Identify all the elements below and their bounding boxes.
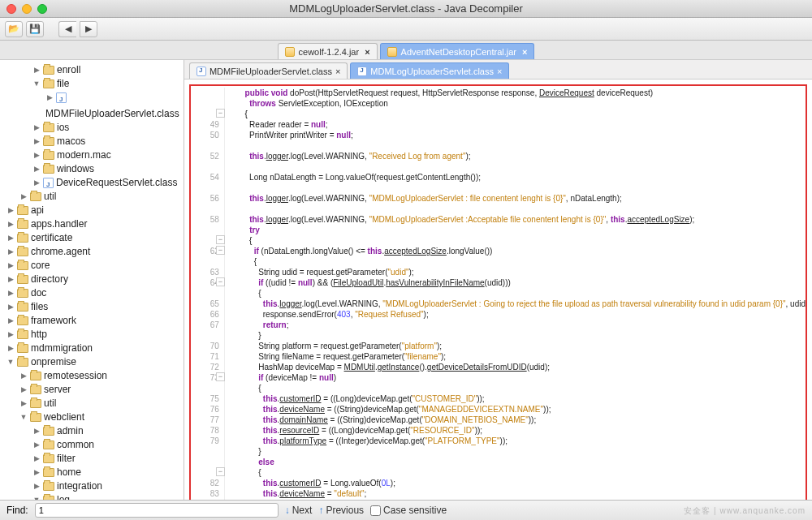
- case-sensitive-checkbox[interactable]: [370, 505, 381, 516]
- find-next-button[interactable]: ↓Next: [285, 505, 313, 516]
- code-text[interactable]: this.logger.log(Level.WARNING, "MDMLogUp…: [225, 299, 806, 309]
- find-prev-button[interactable]: ↑Previous: [318, 505, 364, 516]
- code-text[interactable]: HashMap deviceMap = MDMUtil.getInstance(…: [225, 362, 550, 372]
- code-text[interactable]: String fileName = request.getParameter("…: [225, 351, 446, 362]
- expand-arrow-icon[interactable]: ▶: [32, 135, 41, 148]
- code-text[interactable]: this.resourceID = ((Long)deviceMap.get("…: [225, 425, 482, 436]
- code-text[interactable]: [225, 161, 231, 172]
- code-text[interactable]: String udid = request.getParameter("udid…: [225, 267, 414, 277]
- close-tab-icon[interactable]: ×: [497, 67, 502, 76]
- code-scroll[interactable]: public void doPost(HttpServletRequest re…: [184, 80, 812, 500]
- expand-arrow-icon[interactable]: ▶: [6, 300, 15, 314]
- tree-package-node[interactable]: ▶chrome.agent: [6, 245, 182, 259]
- code-text[interactable]: try: [225, 225, 260, 235]
- expand-arrow-icon[interactable]: ▶: [19, 190, 28, 204]
- code-text[interactable]: public void doPost(HttpServletRequest re…: [225, 88, 653, 98]
- expand-arrow-icon[interactable]: ▶: [32, 176, 41, 190]
- code-text[interactable]: {: [225, 288, 261, 299]
- archive-tab[interactable]: AdventNetDesktopCentral.jar×: [380, 43, 535, 59]
- tree-package-node[interactable]: ▶certificate: [6, 231, 182, 245]
- package-tree[interactable]: ▶enroll▼file▶MDMFileUploaderServlet.clas…: [0, 60, 184, 500]
- tree-package-node[interactable]: ▶integration: [6, 479, 182, 493]
- tree-package-node[interactable]: ▶server: [6, 383, 182, 397]
- editor-tab[interactable]: MDMFileUploaderServlet.class×: [189, 62, 348, 79]
- expand-arrow-icon[interactable]: ▶: [19, 383, 28, 397]
- gutter[interactable]: [191, 235, 225, 246]
- tree-class-node[interactable]: ▶MDMFileUploaderServlet.class: [6, 91, 182, 121]
- expand-arrow-icon[interactable]: ▶: [6, 314, 15, 328]
- tree-package-node[interactable]: ▶http: [6, 328, 182, 342]
- expand-arrow-icon[interactable]: ▶: [32, 63, 41, 77]
- code-text[interactable]: this.deviceName = "default";: [225, 488, 366, 499]
- expand-arrow-icon[interactable]: ▼: [6, 355, 15, 369]
- tree-package-node[interactable]: ▼file: [6, 77, 182, 91]
- expand-arrow-icon[interactable]: ▶: [6, 231, 15, 245]
- code-text[interactable]: }: [225, 330, 261, 341]
- tree-package-node[interactable]: ▶ios: [6, 121, 182, 135]
- expand-arrow-icon[interactable]: ▶: [6, 204, 15, 217]
- tree-package-node[interactable]: ▶admin: [6, 424, 182, 438]
- expand-arrow-icon[interactable]: ▶: [6, 245, 15, 259]
- expand-arrow-icon[interactable]: ▶: [6, 286, 15, 300]
- tree-package-node[interactable]: ▶apps.handler: [6, 217, 182, 231]
- code-text[interactable]: this.domainName = ((String)deviceMap.get…: [225, 415, 536, 425]
- tree-package-node[interactable]: ▶windows: [6, 162, 182, 176]
- code-text[interactable]: this.customerID = Long.valueOf(0L);: [225, 478, 395, 488]
- tree-package-node[interactable]: ▶mdmmigration: [6, 342, 182, 355]
- code-text[interactable]: if (nDataLength.longValue() <= this.acce…: [225, 246, 493, 256]
- case-sensitive-toggle[interactable]: Case sensitive: [370, 505, 447, 516]
- code-text[interactable]: }: [225, 446, 261, 457]
- tree-class-node[interactable]: ▶DeviceRequestServlet.class: [6, 176, 182, 190]
- code-text[interactable]: if ((udid != null) && (FileUploadUtil.ha…: [225, 277, 511, 288]
- nav-back-button[interactable]: ◀: [58, 21, 76, 37]
- tree-package-node[interactable]: ▶core: [6, 259, 182, 273]
- code-text[interactable]: return;: [225, 320, 289, 330]
- gutter[interactable]: [191, 109, 225, 119]
- tree-package-node[interactable]: ▶files: [6, 300, 182, 314]
- expand-arrow-icon[interactable]: ▶: [19, 397, 28, 410]
- tree-package-node[interactable]: ▶directory: [6, 273, 182, 286]
- tree-package-node[interactable]: ▶filter: [6, 452, 182, 466]
- expand-arrow-icon[interactable]: ▶: [32, 121, 41, 135]
- expand-arrow-icon[interactable]: ▶: [32, 466, 41, 479]
- archive-tab[interactable]: cewolf-1.2.4.jar×: [278, 43, 378, 59]
- close-tab-icon[interactable]: ×: [365, 47, 369, 57]
- save-button[interactable]: 💾: [26, 21, 44, 37]
- code-text[interactable]: String platform = request.getParameter("…: [225, 341, 442, 351]
- expand-arrow-icon[interactable]: ▶: [19, 369, 28, 383]
- expand-arrow-icon[interactable]: ▶: [6, 217, 15, 231]
- tree-package-node[interactable]: ▶home: [6, 466, 182, 479]
- expand-arrow-icon[interactable]: ▶: [6, 273, 15, 286]
- code-text[interactable]: [225, 204, 231, 214]
- tree-package-node[interactable]: ▶api: [6, 204, 182, 217]
- tree-package-node[interactable]: ▶modern.mac: [6, 148, 182, 162]
- gutter[interactable]: 62: [191, 246, 225, 256]
- expand-arrow-icon[interactable]: ▶: [6, 328, 15, 342]
- editor-tab[interactable]: MDMLogUploaderServlet.class×: [350, 62, 509, 79]
- expand-arrow-icon[interactable]: ▶: [32, 162, 41, 176]
- tree-package-node[interactable]: ▶enroll: [6, 63, 182, 77]
- tree-package-node[interactable]: ▶framework: [6, 314, 182, 328]
- tree-package-node[interactable]: ▶remotesession: [6, 369, 182, 383]
- code-text[interactable]: this.logger.log(Level.WARNING, "MDMLogUp…: [225, 193, 622, 204]
- close-tab-icon[interactable]: ×: [522, 47, 527, 57]
- code-text[interactable]: {: [225, 109, 248, 119]
- tree-package-node[interactable]: ▼log: [6, 493, 182, 500]
- code-text[interactable]: else: [225, 457, 274, 467]
- gutter[interactable]: [191, 467, 225, 478]
- expand-arrow-icon[interactable]: ▶: [32, 148, 41, 162]
- tree-package-node[interactable]: ▶util: [6, 397, 182, 410]
- tree-package-node[interactable]: ▶doc: [6, 286, 182, 300]
- tree-package-node[interactable]: ▶macos: [6, 135, 182, 148]
- minimize-window-button[interactable]: [22, 4, 32, 14]
- close-window-button[interactable]: [6, 4, 16, 14]
- expand-arrow-icon[interactable]: ▼: [19, 410, 28, 424]
- code-text[interactable]: Long nDataLength = Long.valueOf(request.…: [225, 172, 481, 183]
- code-text[interactable]: if (deviceMap != null): [225, 372, 336, 383]
- code-text[interactable]: this.customerID = ((Long)deviceMap.get("…: [225, 393, 485, 404]
- tree-package-node[interactable]: ▶util: [6, 190, 182, 204]
- gutter[interactable]: 73: [191, 372, 225, 383]
- code-text[interactable]: [225, 183, 231, 193]
- gutter[interactable]: 64: [191, 277, 225, 288]
- code-text[interactable]: PrintWriter printWriter = null;: [225, 130, 353, 140]
